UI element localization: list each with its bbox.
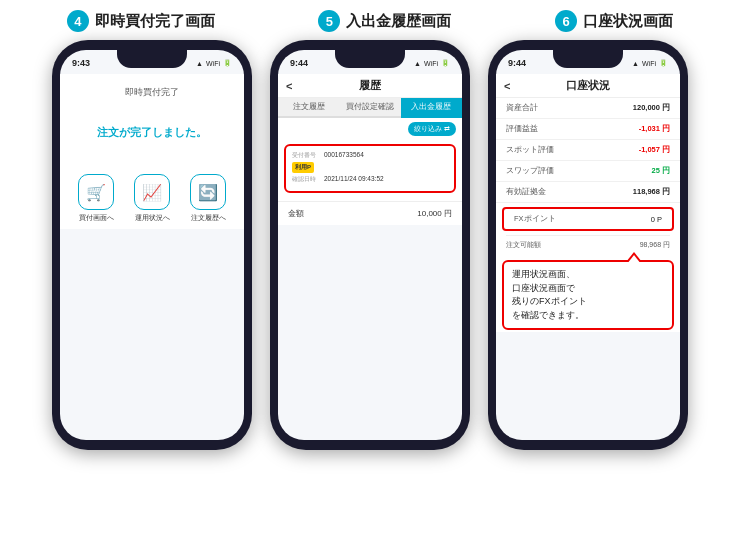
phone5-notch	[335, 50, 405, 68]
phone-4: 9:43 ▲ WiFi 🔋 即時買付完了 注文が完了しました。 🛒 買付画面へ …	[52, 40, 252, 450]
phone6-time: 9:44	[508, 58, 526, 68]
screen4-btn-operation[interactable]: 📈 運用状況へ	[134, 174, 170, 223]
receipt-label: 受付番号	[292, 151, 320, 160]
screen5-tabs: 注文履歴 買付設定確認 入出金履歴	[278, 98, 462, 118]
phone4-status-icons: ▲ WiFi 🔋	[196, 59, 232, 67]
screen4-btn-buy[interactable]: 🛒 買付画面へ	[78, 174, 114, 223]
operation-btn-label: 運用状況へ	[135, 213, 170, 223]
filter-label: 絞り込み	[414, 124, 442, 134]
phone6-status-icons: ▲ WiFi 🔋	[632, 59, 668, 67]
screen5-content: < 履歴 注文履歴 買付設定確認 入出金履歴 絞り込み ⇄ 受付番号	[278, 74, 462, 225]
tab-order-history[interactable]: 注文履歴	[278, 98, 339, 118]
account-row-spot: スポット評価 -1,057 円	[496, 140, 680, 161]
phone6-notch	[553, 50, 623, 68]
phone4-time: 9:43	[72, 58, 90, 68]
receipt-value: 00016733564	[324, 151, 364, 158]
label-screen4: 4 即時買付完了画面	[67, 10, 215, 32]
eval-value: -1,031 円	[639, 124, 670, 134]
screen-labels: 4 即時買付完了画面 5 入出金履歴画面 6 口座状況画面	[15, 10, 725, 32]
circle-6: 6	[555, 10, 577, 32]
amount-label: 金額	[288, 208, 304, 219]
screen4-btn-history[interactable]: 🔄 注文履歴へ	[190, 174, 226, 223]
screen5-header: < 履歴	[278, 74, 462, 98]
card-receipt-row: 受付番号 00016733564	[292, 151, 448, 160]
spot-value: -1,057 円	[639, 145, 670, 155]
account-row-total: 資産合計 120,000 円	[496, 98, 680, 119]
screen6-content: < 口座状況 資産合計 120,000 円 評価益益 -1,031 円 スポット…	[496, 74, 680, 332]
screen5-title: 履歴	[359, 79, 381, 91]
phone5-status-icons: ▲ WiFi 🔋	[414, 59, 450, 67]
label-screen5: 5 入出金履歴画面	[318, 10, 451, 32]
effective-label: 有効証拠金	[506, 187, 546, 197]
eval-label: 評価益益	[506, 124, 538, 134]
screen4-complete-msg: 注文が完了しました。	[97, 125, 207, 140]
effective-value: 118,968 円	[633, 187, 670, 197]
phone4-screen: 9:43 ▲ WiFi 🔋 即時買付完了 注文が完了しました。 🛒 買付画面へ …	[60, 50, 244, 440]
label-screen4-text: 即時買付完了画面	[95, 12, 215, 31]
screen6-order-row: 注文可能額 98,968 円	[496, 236, 680, 254]
callout-arrow-inner	[627, 255, 641, 264]
phone4-notch	[117, 50, 187, 68]
swap-value: 25 円	[652, 166, 670, 176]
fx-point-row: FXポイント 0 P	[502, 207, 674, 231]
tab-deposit-history[interactable]: 入出金履歴	[401, 98, 462, 118]
spot-label: スポット評価	[506, 145, 554, 155]
phones-row: 9:43 ▲ WiFi 🔋 即時買付完了 注文が完了しました。 🛒 買付画面へ …	[15, 40, 725, 450]
phone5-time: 9:44	[290, 58, 308, 68]
screen6-back-btn[interactable]: <	[504, 80, 510, 92]
phone6-screen: 9:44 ▲ WiFi 🔋 < 口座状況 資産合計 120,000 円 評価益益	[496, 50, 680, 440]
history-btn-label: 注文履歴へ	[191, 213, 226, 223]
amount-value: 10,000 円	[417, 208, 452, 219]
phone5-screen: 9:44 ▲ WiFi 🔋 < 履歴 注文履歴 買付設定確認 入出金履歴	[278, 50, 462, 440]
card-confirm-row: 確認日時 2021/11/24 09:43:52	[292, 175, 448, 184]
callout-text: 運用状況画面、口座状況画面で残りのFXポイントを確認できます。	[512, 269, 587, 320]
label-screen5-text: 入出金履歴画面	[346, 12, 451, 31]
deposit-card: 受付番号 00016733564 利用P 確認日時 2021/11/24 09:…	[284, 144, 456, 193]
screen4-content: 即時買付完了 注文が完了しました。 🛒 買付画面へ 📈 運用状況へ 🔄 注文履歴…	[60, 74, 244, 229]
card-type-row: 利用P	[292, 162, 448, 173]
screen5-amount-row: 金額 10,000 円	[278, 201, 462, 225]
screen5-filter-area: 絞り込み ⇄	[278, 118, 462, 140]
account-row-effective: 有効証拠金 118,968 円	[496, 182, 680, 203]
screen5-back-btn[interactable]: <	[286, 80, 292, 92]
label-screen6-text: 口座状況画面	[583, 12, 673, 31]
buy-icon: 🛒	[78, 174, 114, 210]
phone-5: 9:44 ▲ WiFi 🔋 < 履歴 注文履歴 買付設定確認 入出金履歴	[270, 40, 470, 450]
history-icon: 🔄	[190, 174, 226, 210]
operation-icon: 📈	[134, 174, 170, 210]
account-row-eval: 評価益益 -1,031 円	[496, 119, 680, 140]
card-type-highlight: 利用P	[292, 162, 314, 173]
screen4-buttons: 🛒 買付画面へ 📈 運用状況へ 🔄 注文履歴へ	[68, 174, 236, 223]
screen6-header: < 口座状況	[496, 74, 680, 98]
filter-button[interactable]: 絞り込み ⇄	[408, 122, 456, 136]
total-label: 資産合計	[506, 103, 538, 113]
total-value: 120,000 円	[633, 103, 670, 113]
confirm-label: 確認日時	[292, 175, 320, 184]
circle-4: 4	[67, 10, 89, 32]
confirm-value: 2021/11/24 09:43:52	[324, 175, 384, 182]
tab-buy-confirm[interactable]: 買付設定確認	[339, 98, 400, 118]
callout-box: 運用状況画面、口座状況画面で残りのFXポイントを確認できます。	[502, 260, 674, 330]
account-row-swap: スワップ評価 25 円	[496, 161, 680, 182]
label-screen6: 6 口座状況画面	[555, 10, 673, 32]
screen6-title: 口座状況	[566, 79, 610, 91]
circle-5: 5	[318, 10, 340, 32]
fx-value: 0 P	[651, 215, 662, 224]
screen4-title: 即時買付完了	[125, 86, 179, 99]
buy-btn-label: 買付画面へ	[79, 213, 114, 223]
phone-6: 9:44 ▲ WiFi 🔋 < 口座状況 資産合計 120,000 円 評価益益	[488, 40, 688, 450]
swap-label: スワップ評価	[506, 166, 554, 176]
fx-label: FXポイント	[514, 214, 556, 224]
filter-icon: ⇄	[444, 125, 450, 133]
order-label: 注文可能額	[506, 240, 541, 250]
order-value: 98,968 円	[640, 240, 670, 250]
